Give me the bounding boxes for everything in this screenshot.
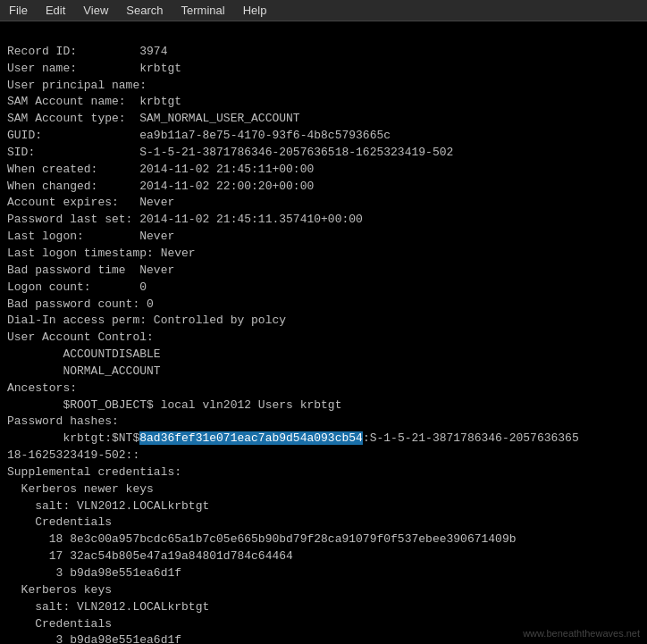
line-supp-creds: Supplemental credentials: (7, 465, 181, 479)
line-ancestors-val: $ROOT_OBJECT$ local vln2012 Users krbtgt (7, 398, 341, 412)
menu-view[interactable]: View (74, 2, 117, 19)
line-dialin: Dial-In access perm: Controlled by polcy (7, 314, 286, 327)
line-pwd-hashes: Password hashes: (7, 414, 119, 428)
menu-terminal[interactable]: Terminal (172, 2, 234, 19)
menu-file[interactable]: File (0, 2, 37, 19)
line-uac-2: NORMAL_ACCOUNT (7, 364, 161, 378)
line-cred-18: 18 8e3c00a957bcdc65a1b7c05e665b90bd79f28… (7, 532, 517, 546)
line-guid: GUID: ea9b11a7-8e75-4170-93f6-4b8c579366… (7, 129, 391, 142)
menu-help[interactable]: Help (234, 2, 276, 19)
line-record-id: Record ID: 3974 (7, 45, 167, 58)
line-when-changed: When changed: 2014-11-02 22:00:20+00:00 (7, 180, 314, 193)
line-last-logon-ts: Last logon timestamp: Never (7, 247, 196, 260)
line-creds-2: Credentials (7, 617, 112, 631)
line-cred-3b: 3 b9da98e551ea6d1f (7, 633, 181, 644)
menu-bar: File Edit View Search Terminal Help (0, 0, 647, 21)
line-when-created: When created: 2014-11-02 21:45:11+00:00 (7, 163, 314, 176)
line-salt-2: salt: VLN2012.LOCALkrbtgt (7, 600, 209, 614)
line-sam-type: SAM Account type: SAM_NORMAL_USER_ACCOUN… (7, 112, 300, 125)
menu-edit[interactable]: Edit (37, 2, 74, 19)
line-uac-1: ACCOUNTDISABLE (7, 347, 161, 361)
line-logon-count: Logon count: 0 (7, 280, 147, 294)
line-ancestors: Ancestors: (7, 381, 77, 395)
line-sam-name: SAM Account name: krbtgt (7, 95, 181, 108)
line-account-expires: Account expires: Never (7, 196, 174, 209)
watermark: www.beneaththewaves.net (523, 628, 640, 639)
line-kerb-keys: Kerberos keys (7, 583, 112, 597)
line-uac: User Account Control: (7, 330, 154, 344)
menu-search[interactable]: Search (117, 2, 172, 19)
line-last-logon: Last logon: Never (7, 230, 174, 243)
line-hash-val: krbtgt:$NT$8ad36fef31e071eac7ab9d54a093c… (7, 431, 579, 462)
line-bad-pwd-time: Bad password time Never (7, 263, 174, 277)
line-sid: SID: S-1-5-21-3871786346-2057636518-1625… (7, 146, 453, 159)
line-pwd-last-set: Password last set: 2014-11-02 21:45:11.3… (7, 213, 363, 226)
hash-highlight: 8ad36fef31e071eac7ab9d54a093cb54 (139, 431, 363, 445)
line-username: User name: krbtgt (7, 62, 181, 75)
terminal-content: Record ID: 3974 User name: krbtgt User p… (0, 21, 647, 644)
line-salt-1: salt: VLN2012.LOCALkrbtgt (7, 499, 209, 513)
line-cred-17: 17 32ac54b805e47a19a84801d784c64464 (7, 549, 293, 563)
line-bad-pwd-count: Bad password count: 0 (7, 297, 154, 311)
line-kerb-newer: Kerberos newer keys (7, 482, 154, 496)
line-upn: User principal name: (7, 79, 147, 92)
line-creds-1: Credentials (7, 515, 112, 529)
line-cred-3a: 3 b9da98e551ea6d1f (7, 566, 181, 580)
